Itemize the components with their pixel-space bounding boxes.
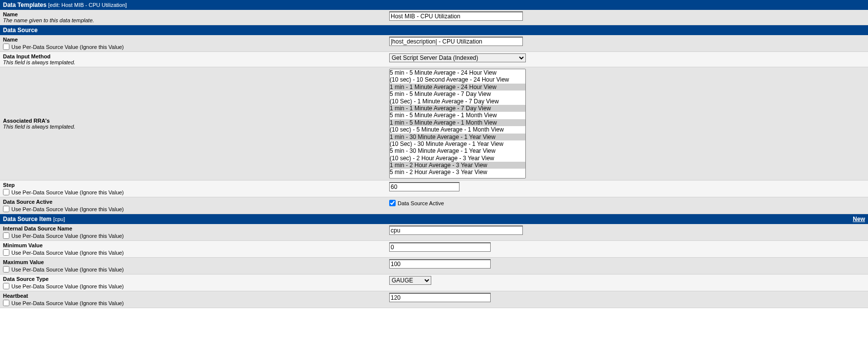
select-associated-rra[interactable]: 5 min - 5 Minute Average - 24 Hour View(… [389, 69, 526, 179]
checkbox-per-ds-type[interactable] [3, 283, 9, 289]
checkbox-per-ds-idsname[interactable] [3, 232, 9, 239]
section-subtitle: [edit: Host MIB - CPU Utilization] [48, 2, 127, 8]
section-header-ds-item: Data Source Item [cpu] New [0, 214, 868, 224]
section-header-data-templates: Data Templates [edit: Host MIB - CPU Uti… [0, 0, 868, 10]
row-internal-ds-name: Internal Data Source Name Use Per-Data S… [0, 224, 868, 241]
select-data-input-method[interactable]: Get Script Server Data (Indexed) [389, 53, 526, 62]
label-per-ds-active: Use Per-Data Source Value (Ignore this V… [11, 206, 124, 212]
desc-rra: This field is always templated. [3, 124, 383, 130]
checkbox-per-ds-step[interactable] [3, 189, 9, 195]
row-associated-rra: Associated RRA's This field is always te… [0, 67, 868, 181]
section-title: Data Templates [3, 1, 47, 8]
label-per-ds-heartbeat: Use Per-Data Source Value (Ignore this V… [11, 300, 124, 306]
row-min-value: Minimum Value Use Per-Data Source Value … [0, 241, 868, 258]
checkbox-ds-active[interactable] [389, 200, 396, 206]
label-max: Maximum Value [3, 259, 383, 265]
label-per-ds-step: Use Per-Data Source Value (Ignore this V… [11, 189, 124, 195]
desc-dim: This field is always templated. [3, 59, 383, 65]
label-per-ds-min: Use Per-Data Source Value (Ignore this V… [11, 250, 124, 256]
checkbox-per-ds-heartbeat[interactable] [3, 300, 9, 306]
row-heartbeat: Heartbeat Use Per-Data Source Value (Ign… [0, 291, 868, 308]
checkbox-per-ds-name[interactable] [3, 44, 9, 50]
section-header-data-source: Data Source [0, 25, 868, 35]
input-internal-ds-name[interactable] [389, 226, 523, 235]
section-title-ds: Data Source [3, 27, 38, 34]
label-step: Step [3, 182, 383, 188]
section-subtitle-dsi: [cpu] [53, 216, 65, 222]
row-template-name: Name The name given to this data templat… [0, 10, 868, 25]
input-template-name[interactable] [389, 11, 523, 21]
label-per-ds: Use Per-Data Source Value (Ignore this V… [11, 44, 124, 50]
checkbox-per-ds-active[interactable] [3, 206, 9, 212]
input-min-value[interactable] [389, 242, 491, 252]
label-heartbeat: Heartbeat [3, 293, 383, 299]
label-name: Name [3, 11, 383, 17]
input-heartbeat[interactable] [389, 293, 491, 302]
row-max-value: Maximum Value Use Per-Data Source Value … [0, 258, 868, 274]
row-ds-active: Data Source Active Use Per-Data Source V… [0, 197, 868, 214]
checkbox-per-ds-min[interactable] [3, 249, 9, 256]
desc-name: The name given to this data template. [3, 17, 383, 23]
label-min: Minimum Value [3, 242, 383, 248]
row-step: Step Use Per-Data Source Value (Ignore t… [0, 181, 868, 197]
row-ds-type: Data Source Type Use Per-Data Source Val… [0, 274, 868, 291]
checkbox-per-ds-max[interactable] [3, 266, 9, 273]
label-per-ds-type: Use Per-Data Source Value (Ignore this V… [11, 283, 124, 289]
label-ds-name: Name [3, 37, 383, 43]
input-ds-name[interactable] [389, 37, 523, 46]
label-ds-active-chk: Data Source Active [398, 200, 444, 206]
row-data-input-method: Data Input Method This field is always t… [0, 52, 868, 67]
label-per-ds-max: Use Per-Data Source Value (Ignore this V… [11, 267, 124, 273]
input-step[interactable] [389, 182, 460, 191]
row-ds-name: Name Use Per-Data Source Value (Ignore t… [0, 35, 868, 52]
select-ds-type[interactable]: GAUGE [389, 276, 431, 285]
label-rra: Associated RRA's [3, 118, 383, 124]
input-max-value[interactable] [389, 259, 491, 269]
link-new[interactable]: New [853, 216, 865, 223]
label-ds-active: Data Source Active [3, 199, 383, 205]
label-ids-name: Internal Data Source Name [3, 226, 383, 231]
label-per-ds-idsname: Use Per-Data Source Value (Ignore this V… [11, 233, 124, 239]
label-dim: Data Input Method [3, 53, 383, 59]
label-ds-type: Data Source Type [3, 276, 383, 282]
section-title-dsi: Data Source Item [3, 216, 51, 223]
